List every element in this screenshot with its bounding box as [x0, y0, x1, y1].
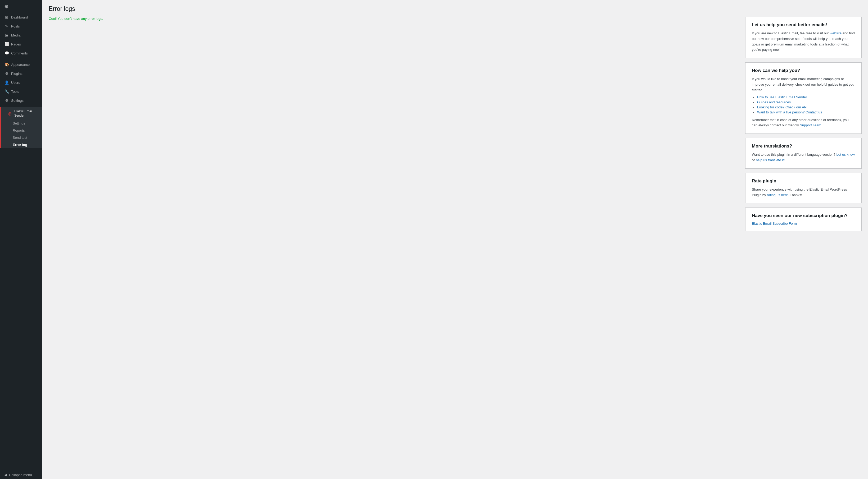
- sidebar-item-label: Posts: [11, 24, 20, 28]
- help-section-4-body: Share your experience with using the Ela…: [752, 187, 855, 198]
- support-team-link[interactable]: Support Team.: [800, 123, 822, 127]
- help-sidebar-panel: Let us help you send better emails! If y…: [745, 16, 862, 235]
- wp-logo-icon: ⊕: [4, 3, 9, 9]
- translate-link[interactable]: help us translate it!: [756, 158, 785, 162]
- sidebar-item-users[interactable]: 👤 Users: [0, 78, 42, 87]
- posts-icon: ✎: [4, 24, 9, 29]
- tools-icon: 🔧: [4, 89, 9, 94]
- sidebar-item-label: Users: [11, 81, 20, 84]
- elastic-icon: ◎: [7, 111, 12, 116]
- guide-link-1[interactable]: How to use Elastic Email Sender: [757, 95, 807, 99]
- help-section-4: Rate plugin Share your experience with u…: [745, 173, 862, 204]
- page-title: Error logs: [49, 5, 862, 12]
- content-layout: Cool! You don't have any error logs. Let…: [49, 16, 862, 235]
- sub-item-reports[interactable]: Reports: [4, 127, 42, 134]
- appearance-icon: 🎨: [4, 62, 9, 67]
- sidebar-item-comments[interactable]: 💬 Comments: [0, 48, 42, 58]
- sidebar-item-plugins[interactable]: ⚙ Plugins: [0, 69, 42, 78]
- help-section-2-note: Remember that in case of any other quest…: [752, 117, 855, 129]
- sidebar-item-appearance[interactable]: 🎨 Appearance: [0, 60, 42, 69]
- help-section-4-heading: Rate plugin: [752, 178, 855, 184]
- help-section-2-heading: How can we help you?: [752, 68, 855, 73]
- collapse-label: Collapse menu: [9, 473, 32, 477]
- sidebar-item-tools[interactable]: 🔧 Tools: [0, 87, 42, 96]
- sidebar-logo: ⊕: [0, 0, 42, 13]
- rating-link[interactable]: rating us here.: [767, 193, 789, 197]
- main-panel: Cool! You don't have any error logs.: [49, 16, 739, 26]
- help-section-3-heading: More translations?: [752, 143, 855, 149]
- help-section-2-body: If you would like to boost your email ma…: [752, 76, 855, 93]
- main-content: Error logs Cool! You don't have any erro…: [42, 0, 868, 479]
- sidebar-item-label: Dashboard: [11, 15, 28, 19]
- sidebar-item-media[interactable]: ▣ Media: [0, 31, 42, 40]
- sidebar-item-label: Plugins: [11, 72, 23, 76]
- website-link[interactable]: website: [830, 31, 841, 35]
- help-section-5: Have you seen our new subscription plugi…: [745, 207, 862, 231]
- sub-item-send-test[interactable]: Send test: [4, 134, 42, 141]
- plugins-icon: ⚙: [4, 71, 9, 76]
- elastic-email-sender-item[interactable]: ◎ Elastic Email Sender: [4, 107, 42, 120]
- collapse-menu-button[interactable]: ◀ Collapse menu: [0, 471, 42, 479]
- sidebar-item-pages[interactable]: ⬜ Pages: [0, 40, 42, 48]
- sidebar-item-settings[interactable]: ⚙ Settings: [0, 96, 42, 105]
- settings-icon: ⚙: [4, 98, 9, 103]
- users-icon: 👤: [4, 80, 9, 85]
- list-item: Guides and resources: [757, 100, 855, 104]
- help-section-1-body: If you are new to Elastic Email, feel fr…: [752, 31, 855, 53]
- sidebar: ⊕ ⊞ Dashboard ✎ Posts ▣ Media ⬜ Pages 💬 …: [0, 0, 42, 479]
- help-section-5-heading: Have you seen our new subscription plugi…: [752, 213, 855, 218]
- help-links-list: How to use Elastic Email Sender Guides a…: [757, 95, 855, 114]
- pages-icon: ⬜: [4, 42, 9, 46]
- list-item: Looking for code? Check our API: [757, 105, 855, 109]
- comments-icon: 💬: [4, 51, 9, 56]
- let-us-know-link[interactable]: Let us know: [836, 152, 855, 157]
- help-section-3: More translations? Want to use this plug…: [745, 138, 862, 169]
- sidebar-item-label: Comments: [11, 51, 28, 55]
- sub-item-settings[interactable]: Settings: [4, 120, 42, 127]
- help-section-3-body: Want to use this plugin in a different l…: [752, 152, 855, 163]
- dashboard-icon: ⊞: [4, 15, 9, 20]
- success-message: Cool! You don't have any error logs.: [49, 16, 739, 21]
- sidebar-item-label: Pages: [11, 42, 21, 46]
- sub-item-error-log[interactable]: Error log: [4, 141, 42, 148]
- sidebar-item-label: Settings: [11, 99, 24, 103]
- subscribe-form-link[interactable]: Elastic Email Subscribe Form: [752, 221, 797, 226]
- media-icon: ▣: [4, 33, 9, 38]
- guide-link-2[interactable]: Guides and resources: [757, 100, 791, 104]
- sidebar-item-posts[interactable]: ✎ Posts: [0, 22, 42, 31]
- help-section-1-heading: Let us help you send better emails!: [752, 22, 855, 28]
- sidebar-item-dashboard[interactable]: ⊞ Dashboard: [0, 13, 42, 22]
- elastic-sub-menu: Settings Reports Send test Error log: [4, 120, 42, 148]
- help-section-2: How can we help you? If you would like t…: [745, 62, 862, 134]
- guide-link-4[interactable]: Want to talk with a live person? Contact…: [757, 110, 822, 114]
- list-item: How to use Elastic Email Sender: [757, 95, 855, 99]
- sidebar-item-label: Appearance: [11, 63, 30, 67]
- collapse-icon: ◀: [4, 473, 7, 477]
- elastic-label: Elastic Email Sender: [14, 109, 38, 117]
- sidebar-item-label: Tools: [11, 90, 19, 94]
- sidebar-item-label: Media: [11, 33, 20, 37]
- guide-link-3[interactable]: Looking for code? Check our API: [757, 105, 807, 109]
- elastic-email-sender-menu: ◎ Elastic Email Sender Settings Reports …: [0, 107, 42, 148]
- list-item: Want to talk with a live person? Contact…: [757, 110, 855, 114]
- help-section-1: Let us help you send better emails! If y…: [745, 16, 862, 58]
